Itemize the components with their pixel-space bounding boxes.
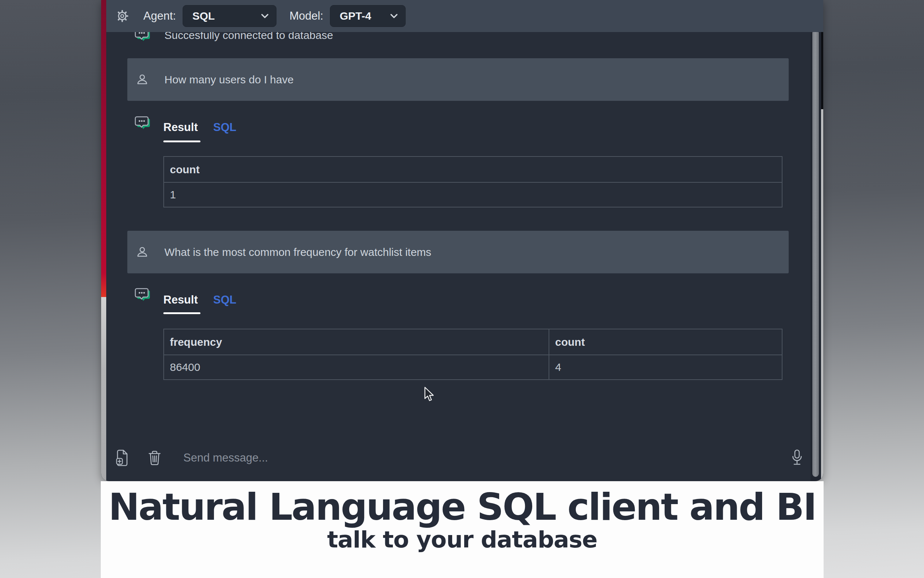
window-edge-light	[821, 109, 823, 481]
model-select-value: GPT-4	[340, 10, 371, 22]
tab-sql[interactable]: SQL	[213, 121, 236, 134]
clear-chat-button[interactable]	[148, 450, 162, 466]
table-header-cell: count	[164, 156, 782, 182]
file-plus-icon	[116, 450, 129, 466]
agent-select-value: SQL	[193, 10, 215, 22]
user-message-text: What is the most common frequency for wa…	[164, 246, 432, 258]
desktop-background: { "topbar": { "agent_label": "Agent:", "…	[0, 0, 924, 578]
table-header-cell: frequency	[164, 329, 549, 355]
microphone-icon	[790, 449, 804, 467]
user-message: What is the most common frequency for wa…	[127, 231, 789, 273]
gear-icon[interactable]	[116, 10, 129, 23]
table-row: 86400 4	[164, 355, 782, 380]
table-cell: 4	[549, 355, 782, 380]
active-tab-underline	[163, 312, 201, 314]
table-cell: 1	[164, 182, 782, 207]
message-composer	[106, 441, 813, 475]
table-cell: 86400	[164, 355, 549, 380]
banner-title: Natural Language SQL client and BI	[101, 486, 824, 528]
tab-sql[interactable]: SQL	[213, 293, 236, 307]
table-row: 1	[164, 182, 782, 207]
progress-strip-remainder	[101, 297, 106, 481]
send-message-input[interactable]	[183, 451, 790, 464]
result-table: frequency count 86400 4	[163, 329, 783, 380]
caption-banner: Natural Language SQL client and BI talk …	[101, 481, 824, 578]
user-icon	[136, 246, 149, 258]
toolbar: Agent: SQL Model: GPT-4	[106, 0, 823, 32]
model-select[interactable]: GPT-4	[330, 5, 406, 27]
banner-subtitle: talk to your database	[101, 528, 824, 552]
attach-file-button[interactable]	[116, 450, 129, 466]
voice-input-button[interactable]	[790, 449, 804, 467]
chevron-down-icon	[261, 13, 269, 19]
progress-strip-red	[101, 0, 106, 297]
user-message-text: How many users do I have	[164, 73, 294, 86]
user-icon	[136, 73, 149, 86]
agent-select[interactable]: SQL	[183, 5, 277, 27]
app-window: Succesfully connected to database How ma…	[101, 0, 823, 481]
chat-bubble-icon	[134, 287, 151, 303]
model-label: Model:	[290, 10, 324, 23]
scrollbar-thumb[interactable]	[812, 30, 819, 477]
trash-icon	[148, 450, 162, 466]
user-message: How many users do I have	[127, 58, 789, 101]
mouse-cursor	[424, 386, 437, 403]
chevron-down-icon	[390, 13, 398, 19]
result-table: count 1	[163, 156, 783, 208]
table-header-cell: count	[549, 329, 782, 355]
tab-result[interactable]: Result	[163, 121, 198, 134]
active-tab-underline	[163, 141, 201, 142]
tab-result[interactable]: Result	[163, 293, 198, 307]
agent-label: Agent:	[143, 10, 176, 23]
chat-bubble-icon	[134, 116, 151, 131]
